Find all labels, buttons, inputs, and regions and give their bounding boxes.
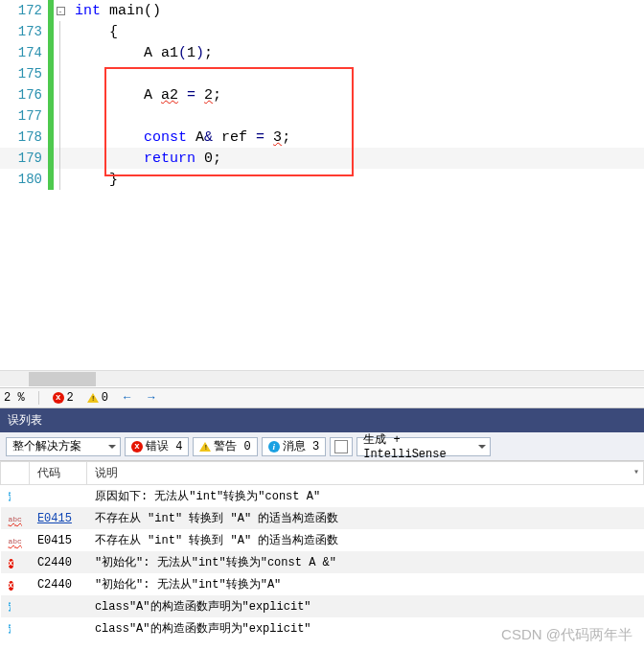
filter-icon [334, 440, 348, 453]
change-bar [48, 127, 54, 148]
error-icon: x [9, 559, 13, 569]
col-desc[interactable]: 说明▾ [87, 462, 644, 485]
error-list-header: 误列表 [0, 408, 644, 432]
code-text[interactable] [67, 108, 144, 125]
code-text[interactable]: const A& ref = 3; [67, 129, 290, 146]
line-number: 172 [0, 3, 48, 18]
outline-marker[interactable]: - [54, 7, 67, 15]
code-text[interactable] [67, 66, 144, 82]
info-icon: i [268, 441, 280, 453]
sort-arrow-icon: ▾ [633, 466, 639, 477]
code-line[interactable]: 174 A a1(1); [0, 42, 644, 63]
line-number: 176 [0, 87, 48, 103]
code-text[interactable]: int main() [67, 3, 161, 19]
change-bar [48, 84, 54, 105]
error-description: 不存在从 "int" 转换到 "A" 的适当构造函数 [87, 529, 644, 551]
error-description: class"A"的构造函数声明为"explicit" [87, 617, 644, 639]
error-list-table[interactable]: 代码 说明▾ i原因如下: 无法从"int"转换为"const A"abcE04… [0, 461, 644, 639]
zoom-level[interactable]: 2 % [4, 391, 25, 405]
change-bar [48, 42, 54, 63]
code-line[interactable]: 177 [0, 105, 644, 127]
change-bar [48, 169, 54, 190]
source-dropdown[interactable]: 生成 + IntelliSense [356, 437, 491, 456]
warnings-tab[interactable]: 警告 0 [193, 437, 257, 456]
error-row[interactable]: xC2440"初始化": 无法从"int"转换为"const A &" [1, 551, 644, 573]
error-icon: x [9, 581, 13, 591]
code-text[interactable]: } [67, 172, 118, 188]
line-number: 180 [0, 172, 48, 187]
warning-icon [199, 442, 211, 452]
error-code: C2440 [37, 578, 72, 592]
errors-tab[interactable]: x错误 4 [125, 437, 189, 456]
code-line[interactable]: 179 return 0; [0, 148, 644, 169]
change-bar [48, 63, 54, 84]
line-number: 179 [0, 151, 48, 166]
col-icon[interactable] [1, 462, 30, 485]
error-description: 原因如下: 无法从"int"转换为"const A" [87, 485, 644, 508]
error-code: C2440 [37, 556, 72, 569]
line-number: 177 [0, 108, 48, 124]
error-row[interactable]: iclass"A"的构造函数声明为"explicit" [1, 595, 644, 617]
filter-button[interactable] [330, 437, 353, 456]
error-description: class"A"的构造函数声明为"explicit" [87, 595, 644, 617]
code-line[interactable]: 175 [0, 63, 644, 84]
status-bar: 2 % x2 0 ← → [0, 387, 644, 408]
intellisense-icon: abc [9, 537, 22, 546]
scope-dropdown[interactable]: 整个解决方案 [6, 437, 121, 456]
error-row[interactable]: xC2440"初始化": 无法从"int"转换为"A" [1, 573, 644, 595]
code-line[interactable]: 176 A a2 = 2; [0, 84, 644, 105]
line-number: 175 [0, 66, 48, 81]
error-row[interactable]: i原因如下: 无法从"int"转换为"const A" [1, 485, 644, 508]
error-icon: x [53, 392, 64, 404]
code-text[interactable]: A a2 = 2; [67, 87, 221, 104]
line-number: 174 [0, 45, 48, 60]
line-number: 178 [0, 129, 48, 145]
info-icon: i [9, 602, 12, 612]
info-icon: i [9, 624, 12, 634]
error-count[interactable]: x2 [53, 391, 74, 405]
code-text[interactable]: return 0; [67, 151, 221, 167]
hscrollbar[interactable] [0, 370, 644, 386]
intellisense-icon: abc [9, 515, 22, 523]
error-row[interactable]: abcE0415不存在从 "int" 转换到 "A" 的适当构造函数 [1, 507, 644, 529]
error-list-toolbar: 整个解决方案 x错误 4 警告 0 i消息 3 生成 + IntelliSens… [0, 432, 644, 461]
line-number: 173 [0, 24, 48, 39]
change-bar [48, 105, 54, 127]
code-line[interactable]: 180 } [0, 169, 644, 190]
code-text[interactable]: { [67, 24, 118, 40]
error-code: E0415 [37, 534, 72, 547]
error-description: "初始化": 无法从"int"转换为"const A &" [87, 551, 644, 573]
messages-tab[interactable]: i消息 3 [262, 437, 326, 456]
prev-arrow-icon[interactable]: ← [122, 391, 132, 405]
fold-toggle-icon[interactable]: - [57, 7, 65, 15]
error-code[interactable]: E0415 [37, 512, 72, 525]
warning-icon [87, 393, 99, 403]
col-code[interactable]: 代码 [30, 462, 87, 485]
code-line[interactable]: 178 const A& ref = 3; [0, 127, 644, 148]
error-row[interactable]: iclass"A"的构造函数声明为"explicit" [1, 617, 644, 639]
code-editor[interactable]: 172-int main()173 {174 A a1(1);175 176 A… [0, 0, 644, 387]
warning-count[interactable]: 0 [87, 391, 108, 405]
code-line[interactable]: 173 { [0, 21, 644, 42]
info-icon: i [9, 492, 12, 501]
code-text[interactable]: A a1(1); [67, 45, 213, 61]
code-line[interactable]: 172-int main() [0, 0, 644, 21]
error-icon: x [131, 441, 143, 453]
error-row[interactable]: abcE0415不存在从 "int" 转换到 "A" 的适当构造函数 [1, 529, 644, 551]
error-description: "初始化": 无法从"int"转换为"A" [87, 573, 644, 595]
hscrollbar-thumb[interactable] [29, 372, 96, 386]
next-arrow-icon[interactable]: → [146, 391, 156, 405]
change-bar [48, 148, 54, 169]
error-description: 不存在从 "int" 转换到 "A" 的适当构造函数 [87, 507, 644, 529]
change-bar [48, 21, 54, 42]
